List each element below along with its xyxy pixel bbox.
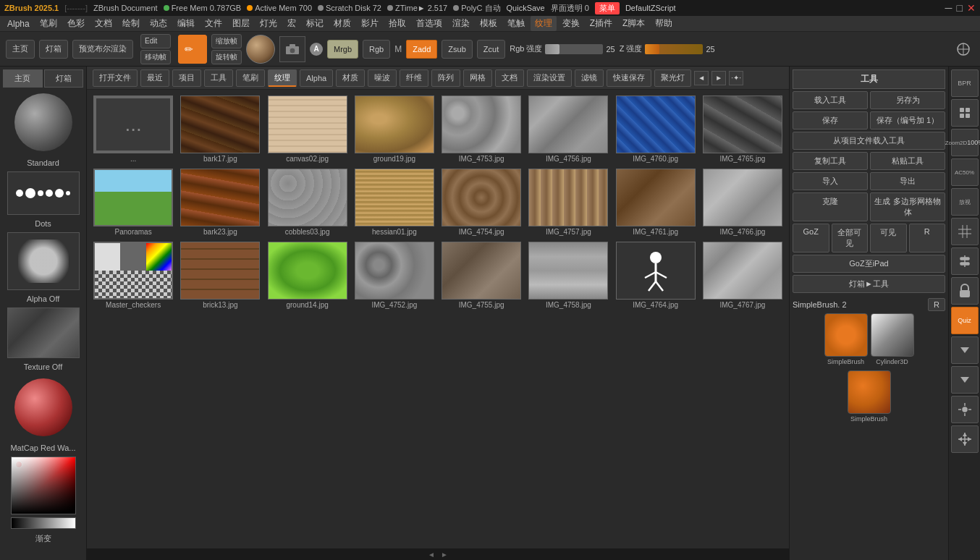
zadd-button[interactable]: Zadd (406, 40, 437, 59)
doc-btn[interactable]: 文档 (495, 69, 524, 87)
texture-item-img4756[interactable]: IMG_4756.jpg (528, 96, 609, 163)
menu-item-draw[interactable]: 绘制 (118, 16, 144, 31)
rgb-button[interactable]: Rgb (363, 40, 390, 59)
lightbox-tools-btn[interactable]: 灯箱►工具 (793, 275, 945, 293)
edit-button[interactable]: Edit (140, 34, 171, 48)
visible-btn[interactable]: 可见 (870, 224, 907, 253)
r-btn[interactable]: R (909, 224, 946, 253)
menu-item-movie[interactable]: 影片 (357, 16, 383, 31)
project-btn[interactable]: 项目 (172, 69, 201, 87)
export-btn[interactable]: 导出 (870, 172, 945, 190)
default-zscript[interactable]: DefaultZScript (625, 4, 676, 12)
menu-item-light[interactable]: 灯光 (255, 16, 282, 31)
paste-tool-btn[interactable]: 粘贴工具 (870, 152, 945, 170)
matcap-preview[interactable] (14, 378, 72, 436)
camera-button[interactable] (279, 36, 305, 62)
texture-item-ground14[interactable]: ground14.jpg (267, 242, 348, 309)
star-btn[interactable]: ·✦· (729, 71, 743, 85)
menu-item-render[interactable]: 渲染 (448, 16, 474, 31)
filter-btn[interactable]: 滤镜 (575, 69, 604, 87)
menu-item-dynamics[interactable]: 动态 (145, 16, 172, 31)
texture-item-img4755[interactable]: IMG_4755.jpg (441, 242, 522, 309)
menu-item-document[interactable]: 文档 (90, 16, 117, 31)
lightbox-tab[interactable]: 灯箱 (44, 69, 84, 88)
menu-item-marker[interactable]: 标记 (302, 16, 328, 31)
texture-item-ground19[interactable]: ground19.jpg (354, 96, 435, 163)
quiz-btn[interactable]: Quiz (951, 307, 979, 334)
down-arrow-btn-2[interactable] (951, 366, 979, 394)
preview-button[interactable]: 预览布尔渲染 (72, 40, 133, 59)
move-btn-right[interactable] (951, 425, 979, 453)
grid-btn-right[interactable] (951, 218, 979, 245)
move-button[interactable]: 移动帧 (140, 50, 171, 64)
recent-btn[interactable]: 最近 (140, 69, 169, 87)
color-picker[interactable] (11, 457, 76, 514)
lightbox-button[interactable]: 灯箱 (39, 40, 68, 59)
menu-item-preferences[interactable]: 首选项 (412, 16, 447, 31)
center-point-btn[interactable] (951, 396, 979, 423)
window-close-btn[interactable]: ✕ (967, 2, 976, 14)
open-file-btn[interactable]: 打开文件 (93, 69, 138, 87)
simple-brush-r-btn[interactable]: R (928, 298, 945, 311)
menu-item-macro[interactable]: 宏 (283, 16, 300, 31)
menu-item-transform[interactable]: 变换 (558, 16, 584, 31)
menu-item-stroke[interactable]: 笔触 (503, 16, 529, 31)
save-as-btn[interactable]: 另存为 (870, 91, 945, 109)
bottom-arrow-right[interactable]: ► (441, 551, 448, 559)
alpha-off-preview[interactable] (7, 232, 80, 290)
texture-item-bark23[interactable]: bark23.jpg (179, 169, 261, 236)
goz-btn[interactable]: GoZ (793, 224, 829, 253)
load-tool-btn[interactable]: 载入工具 (793, 91, 868, 109)
texture-item-img4767[interactable]: IMG_4767.jpg (702, 242, 783, 309)
texture-item-img4757[interactable]: IMG_4757.jpg (528, 169, 609, 236)
bpr-btn[interactable]: BPR (951, 69, 979, 97)
sphere-preview[interactable] (246, 35, 275, 64)
brush-btn[interactable]: 笔刷 (236, 69, 265, 87)
dots-brush-preview[interactable] (7, 171, 80, 215)
alpha-btn[interactable]: Alpha (300, 69, 333, 87)
menu-item-zscript[interactable]: Z脚本 (618, 16, 649, 31)
menu-item-color[interactable]: 色彩 (63, 16, 89, 31)
texture-btn[interactable]: 纹理 (268, 69, 297, 87)
texture-item-img4752[interactable]: IMG_4752.jpg (354, 242, 435, 309)
texture-item-img4758[interactable]: IMG_4758.jpg (528, 242, 609, 309)
menu-item-brush[interactable]: 笔刷 (35, 16, 62, 31)
texture-item-master-checkers[interactable]: Master_checkers (93, 242, 174, 309)
rotate-button[interactable]: 旋转帧 (211, 50, 242, 64)
save-increment-btn[interactable]: 保存（编号加 1） (870, 111, 945, 130)
z-strength-slider[interactable] (645, 44, 703, 54)
playback-btn[interactable]: 放视 (951, 188, 979, 216)
texture-item-canvas02[interactable]: canvas02.jpg (267, 96, 348, 163)
texture-item-img4764[interactable]: IMG_4764.jpg (615, 242, 696, 309)
menu-item-zplugin[interactable]: Z插件 (586, 16, 617, 31)
align-btn[interactable] (951, 247, 979, 275)
import-btn[interactable]: 导入 (793, 172, 868, 190)
array-btn[interactable]: 阵列 (431, 69, 460, 87)
render-settings-btn[interactable]: 渲染设置 (527, 69, 572, 87)
window-min-btn[interactable]: ─ (945, 2, 952, 14)
window-max-btn[interactable]: □ (957, 2, 963, 14)
all-visible-btn[interactable]: 全部可见 (832, 224, 869, 253)
menu-button[interactable]: 菜单 (595, 2, 620, 14)
load-from-project-btn[interactable]: 从项目文件载入工具 (793, 132, 945, 150)
copy-tool-btn[interactable]: 复制工具 (793, 152, 868, 170)
menu-item-material[interactable]: 材质 (329, 16, 355, 31)
texture-item-cobbles03[interactable]: cobbles03.jpg (267, 169, 348, 236)
next-arrow-btn[interactable]: ► (711, 71, 726, 85)
mrgb-button[interactable]: Mrgb (327, 40, 358, 59)
quicksave-btn[interactable]: QuickSave (507, 4, 545, 12)
cylinder3d-preview[interactable] (871, 313, 914, 357)
zcut-button[interactable]: Zcut (477, 40, 505, 59)
generate-poly-btn[interactable]: 生成 多边形网格物体 (870, 192, 945, 221)
menu-item-template[interactable]: 模板 (476, 16, 502, 31)
texture-item-img4761[interactable]: IMG_4761.jpg (615, 169, 696, 236)
texture-item-folder-dots[interactable]: ... ... (93, 96, 174, 163)
texture-off-preview[interactable] (7, 307, 80, 358)
texture-item-hessian01[interactable]: hessian01.jpg (354, 169, 435, 236)
menu-item-texture[interactable]: 纹理 (531, 16, 557, 31)
texture-item-bark17[interactable]: bark17.jpg (179, 96, 261, 163)
home-tab[interactable]: 主页 (3, 69, 43, 88)
zoom2d-btn[interactable]: Zoom2D 100% (951, 129, 979, 156)
fiber-btn[interactable]: 纤维 (400, 69, 428, 87)
save-btn[interactable]: 保存 (793, 111, 868, 130)
